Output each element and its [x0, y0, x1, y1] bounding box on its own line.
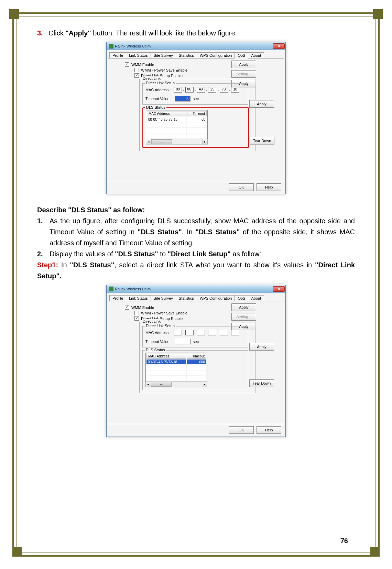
- wmm-ps-checkbox[interactable]: [134, 311, 139, 315]
- close-icon[interactable]: ✕: [273, 43, 285, 49]
- apply-wmm-button[interactable]: Apply: [231, 303, 256, 311]
- h-scrollbar[interactable]: ◄ ▪▪▪ ►: [146, 139, 208, 144]
- tab-link-status[interactable]: Link Status: [126, 295, 151, 301]
- table-row[interactable]: 00-0C-43-25-73-1860: [147, 117, 207, 122]
- scroll-thumb[interactable]: ▪▪▪: [151, 382, 172, 387]
- mac-field-4[interactable]: [208, 330, 216, 335]
- wmm-enable-checkbox[interactable]: [125, 62, 129, 67]
- setting-button[interactable]: Setting...: [231, 313, 256, 321]
- wmm-enable-label: WMM Enable: [131, 63, 154, 67]
- scroll-thumb[interactable]: ▪▪▪: [151, 139, 172, 144]
- tab-strip: Profile Link Status Site Survey Statisti…: [108, 51, 284, 58]
- list-item-1: 1. As the up figure, after configuring D…: [37, 215, 355, 248]
- table-row[interactable]: 00-0C-43-25-73-18600: [146, 359, 206, 364]
- apply-setup-button[interactable]: Apply: [249, 343, 274, 351]
- wmm-ps-checkbox[interactable]: [134, 68, 139, 72]
- window-title: Ralink Wireless Utility: [115, 287, 273, 291]
- dls-enable-checkbox[interactable]: [134, 73, 139, 78]
- tab-profile[interactable]: Profile: [109, 295, 126, 301]
- step1-line: Step1: In "DLS Status", select a direct …: [37, 259, 355, 281]
- tab-about[interactable]: About: [248, 295, 264, 301]
- mac-field-4[interactable]: 25: [208, 87, 216, 93]
- list-item-2: 2. Display the values of "DLS Status" to…: [37, 248, 355, 259]
- tab-about[interactable]: About: [248, 52, 264, 58]
- dls-status-label: DLS Status: [145, 105, 166, 109]
- mac-field-5[interactable]: 73: [220, 87, 228, 93]
- app-icon: [109, 44, 113, 49]
- timeout-field[interactable]: 60: [175, 96, 190, 101]
- mac-field-3[interactable]: 43: [197, 87, 205, 93]
- scroll-left-icon[interactable]: ◄: [146, 382, 151, 387]
- mac-field-1[interactable]: [174, 330, 182, 335]
- window-title: Ralink Wireless Utility: [115, 44, 273, 48]
- close-icon[interactable]: ✕: [273, 286, 285, 292]
- ok-button[interactable]: OK: [229, 426, 254, 434]
- wmm-enable-checkbox[interactable]: [125, 305, 129, 310]
- mac-field-2[interactable]: [185, 330, 194, 335]
- tab-statistics[interactable]: Statistics: [176, 295, 197, 301]
- mac-field-3[interactable]: [197, 330, 205, 335]
- timeout-field[interactable]: [175, 339, 190, 344]
- ok-button[interactable]: OK: [229, 183, 254, 191]
- tab-link-status[interactable]: Link Status: [126, 52, 151, 58]
- tab-statistics[interactable]: Statistics: [176, 52, 197, 58]
- instruction-step-3: 3. Click "Apply" button. The result will…: [37, 28, 355, 39]
- titlebar: Ralink Wireless Utility ✕: [107, 42, 285, 50]
- dialog-figure-2: Ralink Wireless Utility ✕ Profile Link S…: [106, 285, 286, 437]
- apply-setup-button[interactable]: Apply: [249, 100, 274, 108]
- tab-qos[interactable]: QoS: [235, 295, 248, 301]
- tab-site-survey[interactable]: Site Survey: [151, 52, 176, 58]
- app-icon: [109, 287, 113, 291]
- mac-field-2[interactable]: 0C: [185, 87, 194, 93]
- h-scrollbar[interactable]: ◄ ▪▪▪ ►: [145, 382, 207, 387]
- dls-enable-checkbox[interactable]: [134, 316, 139, 321]
- mac-field-5[interactable]: [220, 330, 228, 335]
- timeout-label: Timeout Value :: [145, 97, 172, 101]
- help-button[interactable]: Help: [257, 426, 281, 434]
- mac-field-6[interactable]: [231, 330, 239, 335]
- dls-status-table[interactable]: MAC AddressTimeout 00-0C-43-25-73-1860: [146, 110, 208, 139]
- scroll-right-icon[interactable]: ►: [202, 139, 207, 144]
- setting-button[interactable]: Setting...: [231, 70, 256, 78]
- teardown-button[interactable]: Tear Down: [249, 379, 274, 387]
- mac-field-1[interactable]: 00: [174, 87, 182, 93]
- mac-field-6[interactable]: 18: [231, 87, 239, 93]
- tab-wps[interactable]: WPS Configuration: [197, 295, 235, 301]
- direct-link-setup-label: Direct Link Setup: [145, 81, 176, 85]
- direct-link-group-label: Direct Link: [142, 76, 162, 80]
- describe-heading: Describe "DLS Status" as follow:: [37, 204, 355, 215]
- tab-wps[interactable]: WPS Configuration: [197, 52, 235, 58]
- scroll-right-icon[interactable]: ►: [202, 382, 207, 387]
- dialog-figure-1: Ralink Wireless Utility ✕ Profile Link S…: [106, 42, 286, 194]
- page-number: 76: [340, 537, 348, 545]
- help-button[interactable]: Help: [257, 183, 281, 191]
- dls-status-table[interactable]: MAC AddressTimeout 00-0C-43-25-73-18600: [145, 353, 207, 382]
- titlebar: Ralink Wireless Utility ✕: [107, 285, 285, 293]
- tab-profile[interactable]: Profile: [109, 52, 126, 58]
- tab-qos[interactable]: QoS: [235, 52, 248, 58]
- tab-site-survey[interactable]: Site Survey: [151, 295, 176, 301]
- teardown-button[interactable]: Tear Down: [250, 137, 274, 144]
- apply-wmm-button[interactable]: Apply: [231, 61, 256, 68]
- wmm-ps-label: WMM - Power Save Enable: [141, 68, 187, 72]
- tab-strip: Profile Link Status Site Survey Statisti…: [108, 294, 284, 301]
- mac-address-label: MAC Address :: [145, 88, 171, 92]
- scroll-left-icon[interactable]: ◄: [146, 139, 151, 144]
